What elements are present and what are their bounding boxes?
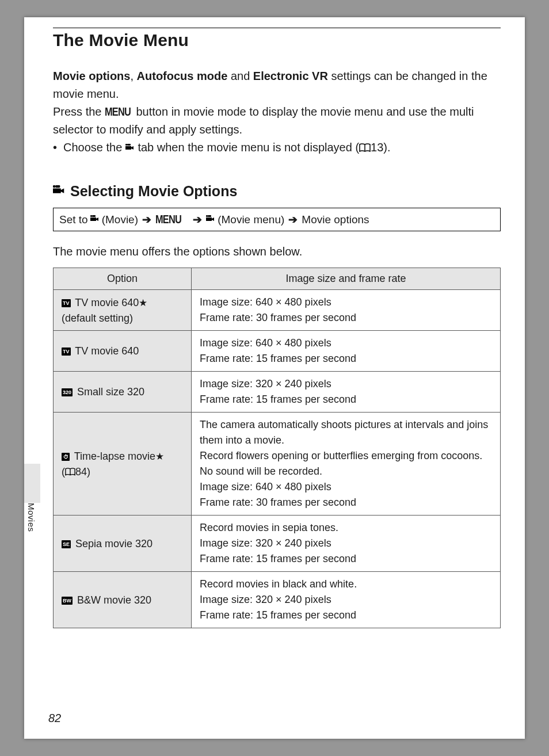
section-label-vertical: Movies: [26, 503, 36, 532]
manual-page: Movies The Movie Menu Movie options, Aut…: [24, 17, 525, 739]
option-type-icon: BW: [62, 597, 73, 605]
description-cell: Record movies in sepia tones.Image size:…: [192, 516, 501, 572]
arrow-icon: ➔: [142, 213, 151, 226]
svg-rect-1: [125, 144, 127, 146]
svg-rect-0: [127, 144, 131, 146]
top-rule: [53, 28, 501, 28]
col-header-option: Option: [54, 268, 192, 290]
table-row: SE Sepia movie 320Record movies in sepia…: [54, 516, 501, 572]
svg-rect-7: [206, 215, 208, 217]
option-cell: TV TV movie 640★(default setting): [54, 290, 192, 331]
option-cell: BW B&W movie 320: [54, 572, 192, 628]
page-content: The Movie Menu Movie options, Autofocus …: [24, 17, 525, 628]
bullet-dot: •: [53, 139, 63, 158]
bullet-text: Choose the tab when the movie menu is no…: [63, 139, 391, 158]
bullet-item: • Choose the tab when the movie menu is …: [53, 139, 501, 158]
table-row: TV TV movie 640Image size: 640 × 480 pix…: [54, 331, 501, 372]
page-number: 82: [48, 712, 61, 725]
option-cell: ⏱ Time-lapse movie★(84): [54, 413, 192, 516]
svg-rect-3: [53, 185, 55, 188]
option-type-icon: 320: [62, 388, 73, 396]
page-title: The Movie Menu: [53, 30, 501, 50]
bold-electronic-vr: Electronic VR: [253, 70, 328, 82]
menu-button-glyph: MENU: [105, 103, 131, 121]
section-heading-text: Selecting Movie Options: [70, 183, 237, 200]
table-row: BW B&W movie 320Record movies in black a…: [54, 572, 501, 628]
option-type-icon: TV: [62, 348, 71, 356]
movie-mode-icon: [53, 183, 66, 200]
table-row: TV TV movie 640★(default setting)Image s…: [54, 290, 501, 331]
description-cell: Image size: 640 × 480 pixelsFrame rate: …: [192, 290, 501, 331]
option-cell: TV TV movie 640: [54, 331, 192, 372]
bold-movie-options: Movie options: [53, 70, 130, 82]
navigation-path-box: Set to (Movie) ➔ MENU ➔ (Movie menu) ➔ M…: [53, 208, 501, 231]
svg-rect-6: [208, 215, 211, 217]
svg-rect-5: [90, 215, 92, 217]
star-icon: ★: [139, 297, 147, 308]
section-heading: Selecting Movie Options: [53, 183, 501, 200]
menu-button-glyph: MENU: [155, 213, 181, 226]
table-intro-text: The movie menu offers the options shown …: [53, 243, 501, 261]
star-icon: ★: [155, 451, 164, 462]
option-cell: 320 Small size 320: [54, 372, 192, 413]
svg-rect-2: [55, 185, 60, 188]
intro-paragraph-2: Press the MENU button in movie mode to d…: [53, 103, 501, 139]
intro-paragraph-1: Movie options, Autofocus mode and Electr…: [53, 67, 501, 103]
movie-mode-icon: [125, 139, 135, 157]
svg-rect-4: [92, 215, 96, 217]
movie-mode-icon: [90, 213, 100, 226]
bold-autofocus: Autofocus mode: [137, 70, 228, 82]
col-header-desc: Image size and frame rate: [192, 268, 501, 290]
table-row: ⏱ Time-lapse movie★(84)The camera automa…: [54, 413, 501, 516]
arrow-icon: ➔: [193, 213, 202, 226]
description-cell: Image size: 640 × 480 pixelsFrame rate: …: [192, 331, 501, 372]
option-type-icon: SE: [62, 540, 71, 548]
description-cell: The camera automatically shoots pictures…: [192, 413, 501, 516]
option-type-icon: ⏱: [62, 453, 70, 461]
book-reference-icon: [359, 140, 371, 158]
movie-mode-icon: [206, 213, 215, 226]
option-cell: SE Sepia movie 320: [54, 516, 192, 572]
description-cell: Record movies in black and white.Image s…: [192, 572, 501, 628]
table-row: 320 Small size 320Image size: 320 × 240 …: [54, 372, 501, 413]
description-cell: Image size: 320 × 240 pixelsFrame rate: …: [192, 372, 501, 413]
movie-options-table: Option Image size and frame rate TV TV m…: [53, 268, 501, 628]
side-thumb-tab: [24, 464, 40, 503]
arrow-icon: ➔: [288, 213, 298, 226]
option-type-icon: TV: [62, 299, 71, 307]
